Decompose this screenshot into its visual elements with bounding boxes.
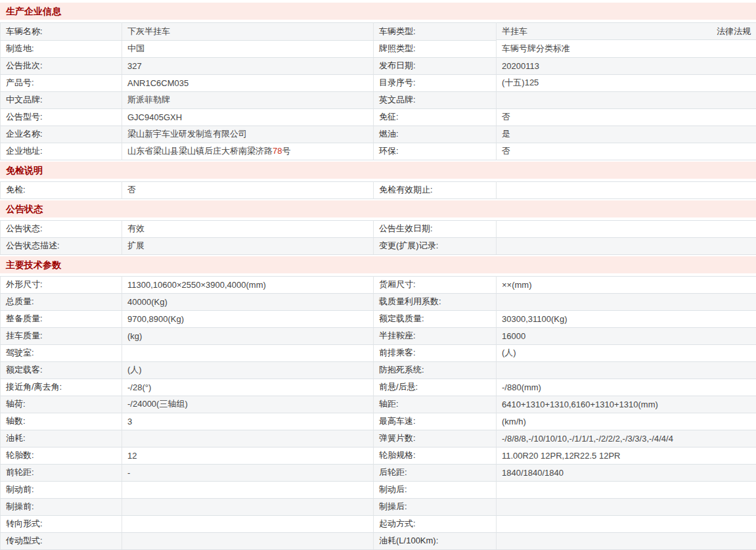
field-value: 11.00R20 12PR,12R22.5 12PR (497, 447, 756, 464)
field-value: 有效 (122, 220, 374, 237)
section-inspection-exemption: 免检说明 免检:否免检有效期止: (0, 162, 756, 199)
text-part: 山东省梁山县梁山镇后庄大桥南梁济路 (127, 146, 273, 156)
field-value: - (122, 464, 374, 481)
field-value: 半挂车法律法规 (497, 23, 756, 40)
field-value: 斯派菲勒牌 (122, 91, 374, 108)
laws-regulations-link[interactable]: 法律法规 (717, 26, 751, 37)
field-value (497, 220, 756, 237)
field-value: ANR1C6CM035 (122, 74, 374, 91)
field-value (497, 293, 756, 310)
field-value: 327 (122, 57, 374, 74)
field-value: 梁山新宇车业研发制造有限公司 (122, 126, 374, 143)
field-label: 车辆名称: (1, 23, 122, 41)
table-row: 转向形式:起动方式: (1, 515, 756, 532)
section-main-technical-parameters: 主要技术参数 外形尺寸:11300,10600×2550×3900,4000(m… (0, 256, 756, 550)
field-label: 制动后: (374, 481, 497, 498)
field-value (497, 498, 756, 515)
field-label: 后轮距: (374, 464, 497, 481)
table-row: 制操前:制操后: (1, 498, 756, 515)
field-label: 轴距: (374, 396, 497, 413)
field-label: 半挂鞍座: (374, 327, 497, 344)
field-label: 前悬/后悬: (374, 378, 497, 396)
field-value: 6410+1310+1310,6160+1310+1310(mm) (497, 396, 756, 413)
field-label: 整备质量: (1, 310, 122, 327)
field-value (122, 532, 374, 549)
field-label: 牌照类型: (374, 40, 497, 57)
field-label: 最高车速: (374, 413, 497, 430)
table-row: 产品号:ANR1C6CM035目录序号:(十五)125 (1, 74, 756, 91)
field-label: 公告生效日期: (374, 220, 497, 237)
field-label: 公告状态描述: (1, 237, 122, 254)
table-row: 轴数:3最高车速:(km/h) (1, 413, 756, 430)
field-value: 9700,8900(Kg) (122, 310, 374, 327)
section-title-main-technical-parameters: 主要技术参数 (0, 256, 756, 273)
field-value: (人) (122, 361, 374, 378)
field-label: 轴数: (1, 413, 122, 430)
table-row: 企业名称:梁山新宇车业研发制造有限公司燃油:是 (1, 126, 756, 143)
field-label: 传动型式: (1, 532, 122, 549)
table-row: 挂车质量:(kg)半挂鞍座:16000 (1, 327, 756, 344)
main-technical-parameters-table: 外形尺寸:11300,10600×2550×3900,4000(mm)货厢尺寸:… (0, 276, 756, 550)
section-announcement-status: 公告状态 公告状态:有效公告生效日期:公告状态描述:扩展变更(扩展)记录: (0, 200, 756, 255)
table-row: 轴荷:-/24000(三轴组)轴距:6410+1310+1310,6160+13… (1, 396, 756, 413)
field-label: 防抱死系统: (374, 361, 497, 378)
table-row: 公告型号:GJC9405GXH免征:否 (1, 108, 756, 126)
field-value: 1840/1840/1840 (497, 464, 756, 481)
field-label: 发布日期: (374, 57, 497, 74)
field-label: 企业名称: (1, 126, 122, 143)
production-enterprise-info-table: 车辆名称:下灰半挂车车辆类型:半挂车法律法规制造地:中国牌照类型:车辆号牌分类标… (0, 22, 756, 160)
field-label: 轮胎数: (1, 447, 122, 464)
field-value: ××(mm) (497, 276, 756, 293)
table-row: 公告状态:有效公告生效日期: (1, 220, 756, 237)
field-value (122, 344, 374, 361)
section-title-announcement-status: 公告状态 (0, 200, 756, 218)
field-label: 外形尺寸: (1, 276, 122, 293)
field-label: 免征: (374, 108, 497, 126)
field-value: (kg) (122, 327, 374, 344)
field-label: 免检有效期止: (374, 181, 497, 198)
field-value: -/28(°) (122, 378, 374, 396)
field-value: 3 (122, 413, 374, 430)
field-label: 轮胎规格: (374, 447, 497, 464)
table-row: 制动前:制动后: (1, 481, 756, 498)
announcement-status-table: 公告状态:有效公告生效日期:公告状态描述:扩展变更(扩展)记录: (0, 220, 756, 255)
field-label: 转向形式: (1, 515, 122, 532)
field-label: 轴荷: (1, 396, 122, 413)
table-row: 企业地址:山东省梁山县梁山镇后庄大桥南梁济路78号环保:否 (1, 143, 756, 160)
field-label: 英文品牌: (374, 91, 497, 108)
field-value (497, 361, 756, 378)
field-value: 40000(Kg) (122, 293, 374, 310)
field-label: 前排乘客: (374, 344, 497, 361)
field-value: GJC9405GXH (122, 108, 374, 126)
field-value (497, 515, 756, 532)
field-value: -/24000(三轴组) (122, 396, 374, 413)
field-value (122, 498, 374, 515)
field-label: 油耗: (1, 430, 122, 447)
table-row: 总质量:40000(Kg)载质量利用系数: (1, 293, 756, 310)
field-value: 是 (497, 126, 756, 143)
field-label: 公告批次: (1, 57, 122, 74)
field-value (497, 532, 756, 549)
field-label: 弹簧片数: (374, 430, 497, 447)
table-row: 前轮距:-后轮距:1840/1840/1840 (1, 464, 756, 481)
table-row: 外形尺寸:11300,10600×2550×3900,4000(mm)货厢尺寸:… (1, 276, 756, 293)
field-value: (km/h) (497, 413, 756, 430)
field-label: 车辆类型: (374, 23, 497, 41)
field-value: 11300,10600×2550×3900,4000(mm) (122, 276, 374, 293)
field-label: 变更(扩展)记录: (374, 237, 497, 254)
text-part: 号 (282, 146, 290, 156)
field-value: 否 (122, 181, 374, 198)
table-row: 油耗:弹簧片数:-/8/8/8,-/10/10/10,-/1/1/1,-/2/2… (1, 430, 756, 447)
field-label: 中文品牌: (1, 91, 122, 108)
section-title-inspection-exemption: 免检说明 (0, 162, 756, 179)
field-label: 油耗(L/100Km): (374, 532, 497, 549)
field-label: 货厢尺寸: (374, 276, 497, 293)
section-title-production-enterprise-info: 生产企业信息 (0, 3, 756, 20)
field-value (122, 481, 374, 498)
table-row: 接近角/离去角:-/28(°)前悬/后悬:-/880(mm) (1, 378, 756, 396)
field-value: -/880(mm) (497, 378, 756, 396)
field-label: 总质量: (1, 293, 122, 310)
field-value (497, 181, 756, 198)
table-row: 车辆名称:下灰半挂车车辆类型:半挂车法律法规 (1, 23, 756, 41)
field-value: 中国 (122, 40, 374, 57)
